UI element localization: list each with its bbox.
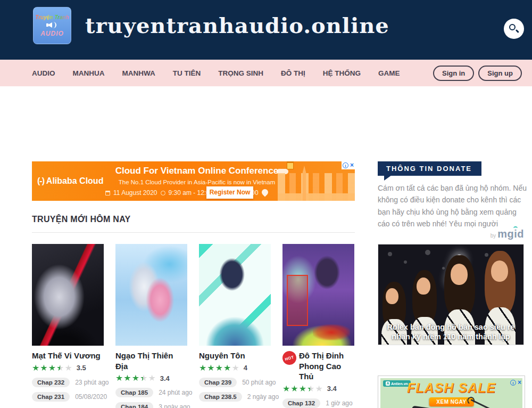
star-rating: ★★★★★ (32, 363, 73, 373)
section-divider (32, 232, 355, 233)
rating-value: 4 (244, 364, 247, 372)
comic-cover-image[interactable] (32, 244, 104, 346)
chapter-chip[interactable]: Chap 231 (32, 392, 70, 402)
comic-cover-image[interactable] (115, 244, 187, 346)
star-icon: ★ (223, 363, 231, 372)
star-icon: ★ (299, 384, 306, 393)
chapter-time: 50 phút ago (242, 379, 276, 386)
nav-item-trong-sinh[interactable]: TRỌNG SINH (218, 69, 263, 77)
star-icon: ★ (307, 384, 314, 393)
nav-item-do-thi[interactable]: ĐÔ THỊ (281, 69, 305, 77)
site-logo[interactable]: Truyện Tranh AUDIO (33, 7, 71, 44)
banner-ad-subtitle: The No.1 Cloud Provider in Asia-Pacific … (101, 179, 293, 185)
chapter-chip[interactable]: Chap 184 (115, 402, 153, 408)
ad-info-icon[interactable]: i (343, 162, 348, 168)
donate-heading: THÔNG TIN DONATE (378, 161, 481, 176)
logo-text: Truyện Tranh (35, 14, 69, 20)
star-icon: ★ (140, 373, 147, 382)
comic-title-link[interactable]: Đô Thị Đỉnh Phong Cao Thủ (299, 350, 354, 382)
comic-card-grid: Mạt Thế Vi Vương ★★★★★ 3.5 Chap 232 23 p… (32, 244, 355, 408)
mgid-attribution[interactable]: bymgid (378, 228, 524, 240)
star-icon: ★ (48, 363, 56, 372)
star-icon: ★ (32, 363, 39, 372)
comic-title-link[interactable]: Ngạo Thị Thiên Địa (115, 350, 187, 371)
star-icon: ★ (40, 363, 47, 372)
star-icon: ★ (207, 363, 214, 372)
speaker-icon (46, 21, 58, 29)
chapter-chip[interactable]: Chap 185 (115, 388, 153, 397)
star-icon: ★ (215, 363, 223, 372)
star-rating: ★★★★★ (115, 373, 156, 383)
comic-card: Mạt Thế Vi Vương ★★★★★ 3.5 Chap 232 23 p… (32, 244, 104, 408)
selfie-stick-product (470, 399, 500, 408)
star-icon: ★ (115, 373, 123, 382)
star-icon: ★ (123, 373, 131, 382)
nav-items: AUDIO MANHUA MANHWA TU TIÊN TRỌNG SINH Đ… (32, 69, 400, 77)
section-title: TRUYỆN MỚI HÔM NAY (32, 215, 131, 224)
calendar-icon (105, 191, 110, 195)
ad-choices-corner: i × (510, 379, 521, 386)
chapter-time: 23 phút ago (75, 379, 109, 386)
mgid-by-label: by (491, 233, 496, 239)
search-button[interactable] (504, 19, 524, 39)
comic-cover-image[interactable] (199, 244, 271, 346)
rating-row: ★★★★★ 3.4 (282, 384, 354, 394)
rating-value: 3.4 (160, 374, 170, 382)
lantern-illustration (287, 161, 294, 169)
star-icon: ★ (199, 363, 206, 372)
donate-text: Cám ơn tất cả các bạn đã ủng hộ nhóm. Nế… (378, 182, 527, 230)
chapter-time: 05/08/2020 (75, 393, 107, 401)
chapter-time: 2 ngày ago (247, 393, 279, 401)
ad-close-icon[interactable]: × (518, 379, 521, 386)
flash-sale-ad[interactable]: A Antien.vn FLASH SALE XEM NGAY i × (378, 376, 525, 408)
comic-card: HOT Đô Thị Đỉnh Phong Cao Thủ ★★★★★ 3.4 … (282, 244, 354, 408)
flash-sale-title: FLASH SALE (380, 380, 522, 396)
comic-cover-image[interactable] (282, 244, 354, 346)
site-title[interactable]: truyentranhaudio.online (85, 13, 389, 38)
sign-in-button[interactable]: Sign in (433, 66, 474, 81)
nav-item-audio[interactable]: AUDIO (32, 69, 55, 77)
comic-title-link[interactable]: Nguyên Tôn (199, 350, 245, 361)
rating-value: 3.4 (327, 385, 337, 393)
search-icon (509, 24, 516, 30)
ad-info-icon[interactable]: i (510, 380, 516, 386)
nav-item-he-thong[interactable]: HỆ THỐNG (323, 69, 361, 77)
ad-choices-corner: i × (342, 161, 355, 169)
star-icon: ★ (282, 384, 290, 393)
rating-row: ★★★★★ 3.5 (32, 363, 104, 373)
alibaba-cloud-logo: (-) Alibaba Cloud (37, 176, 103, 186)
star-rating: ★★★★★ (282, 384, 323, 394)
rating-row: ★★★★★ 3.4 (115, 373, 187, 383)
chapter-chip[interactable]: Chap 232 (32, 378, 70, 387)
logo-audio-text: AUDIO (40, 30, 64, 37)
nav-item-game[interactable]: GAME (378, 69, 400, 77)
star-icon: ★ (148, 373, 155, 382)
chapter-chip[interactable]: Chap 239 (199, 378, 237, 387)
star-icon: ★ (132, 373, 139, 382)
star-icon: ★ (56, 363, 64, 372)
auth-buttons: Sign in Sign up (433, 60, 522, 86)
hot-badge: HOT (281, 349, 298, 366)
buildings-illustration (278, 173, 355, 201)
nav-item-tu-tien[interactable]: TU TIÊN (173, 69, 201, 77)
banner-ad-date: 11 August 2020 (113, 189, 157, 197)
chapter-chip[interactable]: Chap 132 (282, 398, 320, 408)
chapter-time: 1 giờ ago (326, 399, 353, 407)
comic-title-link[interactable]: Mạt Thế Vi Vương (32, 350, 101, 361)
rating-value: 3.5 (77, 364, 86, 372)
chapter-time: 3 ngày ago (159, 403, 190, 408)
nav-item-manhwa[interactable]: MANHWA (122, 69, 155, 77)
star-icon: ★ (231, 363, 239, 372)
nav-item-manhua[interactable]: MANHUA (73, 69, 105, 77)
nav-bar: AUDIO MANHUA MANHWA TU TIÊN TRỌNG SINH Đ… (0, 60, 532, 86)
native-ad[interactable]: Rolex bán đồng hồ bản sao siêu rẻ nhân k… (378, 244, 524, 345)
chapter-chip[interactable]: Chap 238.5 (199, 392, 242, 402)
banner-ad[interactable]: (-) Alibaba Cloud Cloud For Vietnam Onli… (32, 161, 355, 201)
sign-up-button[interactable]: Sign up (478, 66, 522, 81)
star-rating: ★★★★★ (199, 363, 240, 373)
mgid-logo: mgid (497, 228, 524, 240)
register-now-button[interactable]: Register Now (206, 186, 253, 199)
rating-row: ★★★★★ 4 (199, 363, 271, 373)
ad-close-icon[interactable]: × (350, 162, 354, 169)
star-icon: ★ (64, 363, 72, 372)
